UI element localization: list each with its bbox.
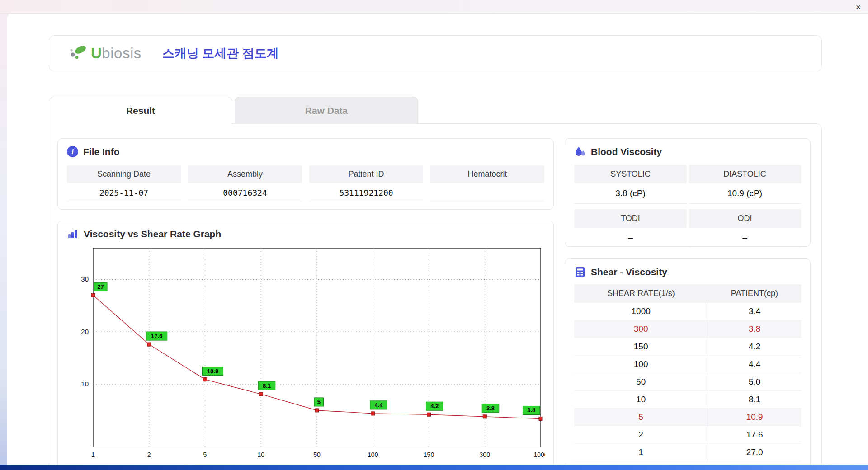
patient-cell: 10.9 bbox=[708, 409, 801, 426]
file-info-title-text: File Info bbox=[83, 146, 120, 157]
patient-cell: 17.6 bbox=[708, 426, 801, 444]
svg-text:100: 100 bbox=[368, 451, 378, 458]
blood-viscosity-panel: Blood Viscosity SYSTOLIC DIASTOLIC 3.8 (… bbox=[565, 138, 811, 247]
svg-text:3.4: 3.4 bbox=[527, 407, 536, 414]
file-info-panel: i File Info Scanning Date 2025-11-07 Ass… bbox=[57, 138, 554, 210]
blood-viscosity-title-text: Blood Viscosity bbox=[591, 146, 662, 157]
svg-text:5: 5 bbox=[203, 451, 207, 458]
ubiosis-logo: Ubiosis bbox=[68, 44, 142, 62]
svg-text:20: 20 bbox=[81, 328, 89, 335]
logo-leaf-icon bbox=[68, 44, 89, 62]
graph-title: Viscosity vs Shear Rate Graph bbox=[67, 228, 544, 240]
tab-raw-data-label: Raw Data bbox=[305, 105, 348, 116]
table-row: 5 10.9 bbox=[574, 409, 801, 426]
svg-text:10: 10 bbox=[257, 451, 264, 458]
odi-header: ODI bbox=[689, 209, 801, 228]
diastolic-value: 10.9 (cP) bbox=[689, 183, 801, 204]
calculator-icon bbox=[574, 266, 586, 278]
odi-value: – bbox=[689, 228, 801, 248]
svg-text:50: 50 bbox=[313, 451, 321, 458]
shear-rate-cell: 1 bbox=[574, 444, 708, 461]
shear-viscosity-title-text: Shear - Viscosity bbox=[591, 267, 667, 277]
field-value: 53111921200 bbox=[309, 183, 423, 202]
svg-text:10: 10 bbox=[81, 380, 89, 388]
svg-text:300: 300 bbox=[480, 451, 491, 458]
todi-value: – bbox=[574, 228, 687, 248]
diastolic-header: DIASTOLIC bbox=[689, 165, 801, 183]
file-info-fields: Scanning Date 2025-11-07 Assembly 000716… bbox=[67, 165, 544, 202]
header-card: Ubiosis 스캐닝 모세관 점도계 bbox=[49, 35, 822, 71]
patient-cell: 4.2 bbox=[708, 338, 801, 356]
table-row: 300 3.8 bbox=[574, 320, 801, 338]
field-value bbox=[430, 183, 544, 201]
tab-raw-data[interactable]: Raw Data bbox=[235, 97, 418, 124]
bar-chart-icon bbox=[67, 228, 79, 240]
blood-viscosity-grid: SYSTOLIC DIASTOLIC 3.8 (cP) 10.9 (cP) TO… bbox=[574, 165, 801, 248]
field-assembly: Assembly 000716324 bbox=[188, 165, 302, 202]
app-window: Ubiosis 스캐닝 모세관 점도계 Result Raw Data i Fi… bbox=[7, 14, 868, 465]
shear-viscosity-panel: Shear - Viscosity SHEAR RATE(1/s) PATIEN… bbox=[565, 258, 811, 468]
table-header-row: SHEAR RATE(1/s) PATIENT(cp) bbox=[574, 284, 801, 303]
shear-viscosity-title: Shear - Viscosity bbox=[574, 266, 801, 278]
patient-cell: 4.4 bbox=[708, 356, 801, 373]
shear-rate-column-header: SHEAR RATE(1/s) bbox=[574, 284, 708, 303]
shear-rate-cell: 2 bbox=[574, 426, 708, 444]
systolic-value: 3.8 (cP) bbox=[574, 183, 687, 204]
shear-rate-cell: 100 bbox=[574, 356, 708, 373]
tab-bar: Result Raw Data bbox=[49, 97, 418, 124]
field-value: 000716324 bbox=[188, 183, 302, 202]
shear-rate-cell: 150 bbox=[574, 338, 708, 356]
svg-text:30: 30 bbox=[81, 275, 89, 283]
todi-header: TODI bbox=[574, 209, 687, 228]
info-icon: i bbox=[67, 146, 78, 157]
patient-cell: 3.4 bbox=[708, 303, 801, 320]
patient-cell: 3.8 bbox=[708, 320, 801, 338]
field-scanning-date: Scanning Date 2025-11-07 bbox=[67, 165, 181, 202]
table-row: 1000 3.4 bbox=[574, 303, 801, 320]
patient-cell: 5.0 bbox=[708, 373, 801, 391]
blood-viscosity-title: Blood Viscosity bbox=[574, 146, 801, 158]
field-label: Patient ID bbox=[309, 165, 423, 183]
result-content: i File Info Scanning Date 2025-11-07 Ass… bbox=[49, 123, 822, 470]
svg-text:27: 27 bbox=[97, 283, 104, 290]
viscosity-chart: 102030125105010015030010002717.610.98.15… bbox=[67, 243, 545, 462]
shear-rate-cell: 1000 bbox=[574, 303, 708, 320]
close-icon[interactable]: × bbox=[856, 2, 861, 11]
field-patient-id: Patient ID 53111921200 bbox=[309, 165, 423, 202]
svg-text:4.2: 4.2 bbox=[430, 403, 439, 409]
field-value: 2025-11-07 bbox=[67, 183, 181, 202]
droplet-icon bbox=[574, 146, 586, 158]
table-row: 2 17.6 bbox=[574, 426, 801, 444]
field-label: Scanning Date bbox=[67, 165, 181, 183]
shear-rate-cell: 300 bbox=[574, 320, 708, 338]
viscosity-graph-panel: Viscosity vs Shear Rate Graph 1020301251… bbox=[57, 221, 554, 468]
shear-rate-cell: 10 bbox=[574, 391, 708, 409]
field-hematocrit: Hematocrit bbox=[430, 165, 544, 202]
graph-title-text: Viscosity vs Shear Rate Graph bbox=[84, 229, 221, 240]
tab-result-label: Result bbox=[126, 105, 155, 116]
table-row: 100 4.4 bbox=[574, 356, 801, 373]
file-info-title: i File Info bbox=[67, 146, 544, 157]
field-label: Hematocrit bbox=[430, 165, 544, 183]
patient-cell: 8.1 bbox=[708, 391, 801, 409]
svg-text:3.8: 3.8 bbox=[486, 405, 495, 412]
svg-text:5: 5 bbox=[317, 399, 321, 405]
svg-text:4.4: 4.4 bbox=[374, 402, 383, 409]
svg-text:2: 2 bbox=[147, 451, 151, 458]
svg-text:10.9: 10.9 bbox=[207, 368, 218, 375]
shear-rate-cell: 5 bbox=[574, 409, 708, 426]
table-row: 10 8.1 bbox=[574, 391, 801, 409]
svg-text:150: 150 bbox=[424, 451, 434, 458]
table-row: 150 4.2 bbox=[574, 338, 801, 356]
svg-text:8.1: 8.1 bbox=[263, 382, 271, 389]
tab-result[interactable]: Result bbox=[49, 97, 232, 124]
desktop-taskbar-strip bbox=[0, 465, 868, 470]
patient-cell: 27.0 bbox=[708, 444, 801, 461]
shear-viscosity-table: SHEAR RATE(1/s) PATIENT(cp) 1000 3.4 300… bbox=[574, 284, 801, 461]
logo-text: Ubiosis bbox=[91, 45, 142, 62]
systolic-header: SYSTOLIC bbox=[574, 165, 687, 183]
divider bbox=[574, 204, 801, 209]
page-title: 스캐닝 모세관 점도계 bbox=[162, 45, 279, 61]
svg-text:17.6: 17.6 bbox=[151, 333, 162, 339]
field-label: Assembly bbox=[188, 165, 302, 183]
